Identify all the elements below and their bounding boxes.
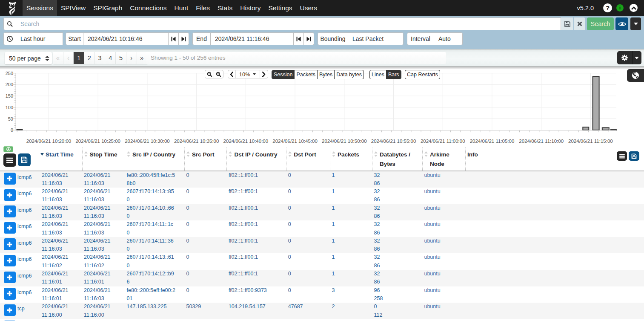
svg-text:50: 50 (8, 116, 13, 121)
svg-text:150: 150 (6, 93, 13, 98)
svg-text:200: 200 (6, 82, 13, 87)
svg-text:2024/06/21 10:30:00: 2024/06/21 10:30:00 (125, 139, 170, 144)
svg-text:2024/06/21 10:35:00: 2024/06/21 10:35:00 (174, 139, 219, 144)
svg-text:2024/06/21 11:05:00: 2024/06/21 11:05:00 (470, 139, 515, 144)
svg-text:250: 250 (6, 71, 13, 76)
svg-text:2024/06/21 10:25:00: 2024/06/21 10:25:00 (75, 139, 120, 144)
svg-text:2024/06/21 10:55:00: 2024/06/21 10:55:00 (371, 139, 416, 144)
svg-text:2024/06/21 10:20:00: 2024/06/21 10:20:00 (26, 139, 72, 144)
svg-text:0: 0 (11, 127, 13, 133)
svg-text:2024/06/21 11:00:00: 2024/06/21 11:00:00 (421, 139, 465, 144)
svg-text:2024/06/21 11:15:00: 2024/06/21 11:15:00 (568, 139, 613, 144)
svg-text:100: 100 (6, 105, 13, 110)
svg-text:2024/06/21 11:10:00: 2024/06/21 11:10:00 (519, 139, 564, 144)
svg-text:2024/06/21 10:50:00: 2024/06/21 10:50:00 (322, 139, 367, 144)
svg-text:2024/06/21 10:45:00: 2024/06/21 10:45:00 (272, 139, 318, 144)
svg-text:2024/06/21 10:40:00: 2024/06/21 10:40:00 (223, 139, 269, 144)
